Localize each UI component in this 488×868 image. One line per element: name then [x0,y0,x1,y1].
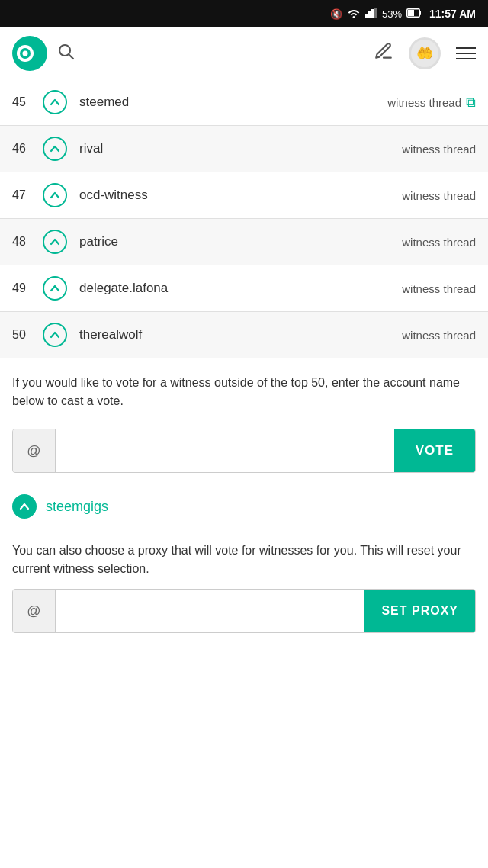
svg-text:🤲: 🤲 [416,45,434,62]
witness-upvote-button[interactable] [43,230,67,254]
signal-icon [365,8,377,21]
status-icons: 🔇 53% 11:57 AM [330,8,476,21]
vote-button[interactable]: VOTE [394,429,475,472]
witness-rank: 49 [12,281,40,295]
search-icon[interactable] [56,42,75,65]
table-row: 47 ocd-witness witness thread [0,172,488,219]
witness-upvote-button[interactable] [43,137,67,161]
witness-name: ocd-witness [79,188,402,203]
witness-rank: 50 [12,328,40,342]
witness-thread-link[interactable]: witness thread [402,236,476,249]
witness-name: rival [79,141,402,156]
set-proxy-button[interactable]: SET PROXY [364,590,475,632]
witness-upvote-button[interactable] [43,276,67,301]
svg-rect-0 [365,14,368,18]
vote-info-text: If you would like to vote for a witness … [12,374,476,410]
svg-rect-5 [408,10,414,16]
steemgigs-label: steemgigs [46,499,108,515]
battery-text: 53% [382,8,402,20]
witness-upvote-button[interactable] [43,90,67,114]
table-row: 48 patrice witness thread [0,219,488,265]
witness-thread-link[interactable]: witness thread [402,329,476,342]
vote-input-row: @ VOTE [12,429,476,473]
witness-rank: 47 [12,188,40,202]
witness-thread-link[interactable]: witness thread ⧉ [387,95,476,111]
battery-icon [406,8,422,20]
svg-line-11 [69,54,74,59]
witness-vote-input[interactable] [56,429,394,472]
proxy-at-prefix: @ [13,590,56,632]
svg-rect-1 [368,11,371,18]
witness-name: delegate.lafona [79,281,402,296]
compose-icon[interactable] [374,41,393,66]
svg-rect-3 [374,8,377,18]
table-row: 50 therealwolf witness thread [0,312,488,358]
witness-thread-link[interactable]: witness thread [402,282,476,295]
status-time: 11:57 AM [429,8,476,20]
witness-thread-link[interactable]: witness thread [402,189,476,202]
witness-thread-link[interactable]: witness thread [402,143,476,156]
status-bar: 🔇 53% 11:57 AM [0,0,488,27]
witness-rank: 48 [12,235,40,249]
hamburger-menu-icon[interactable] [456,47,476,59]
witness-upvote-button[interactable] [43,323,67,347]
user-avatar[interactable]: 🤲 [409,37,441,69]
proxy-info-text: You can also choose a proxy that will vo… [12,542,476,578]
logo[interactable] [12,36,47,71]
header: 🤲 [0,27,488,79]
at-prefix: @ [13,429,56,472]
steemgigs-vote-button[interactable] [12,494,37,519]
proxy-input[interactable] [56,590,364,632]
mute-icon: 🔇 [330,8,342,20]
table-row: 46 rival witness thread [0,126,488,172]
wifi-icon [347,8,361,21]
proxy-input-row: @ SET PROXY [12,589,476,633]
svg-point-9 [23,50,28,56]
witness-list: 45 steemed witness thread ⧉ 46 rival wit… [0,79,488,358]
table-row: 49 delegate.lafona witness thread [0,265,488,312]
external-link-icon: ⧉ [466,95,476,111]
witness-upvote-button[interactable] [43,183,67,207]
witness-name: patrice [79,234,402,249]
svg-rect-2 [371,9,374,18]
steemgigs-section: steemgigs [0,484,488,526]
witness-rank: 46 [12,142,40,156]
witness-rank: 45 [12,95,40,109]
vote-info-section: If you would like to vote for a witness … [0,358,488,418]
table-row: 45 steemed witness thread ⧉ [0,79,488,126]
witness-name: steemed [79,95,387,110]
witness-name: therealwolf [79,327,402,342]
proxy-section: You can also choose a proxy that will vo… [0,526,488,641]
